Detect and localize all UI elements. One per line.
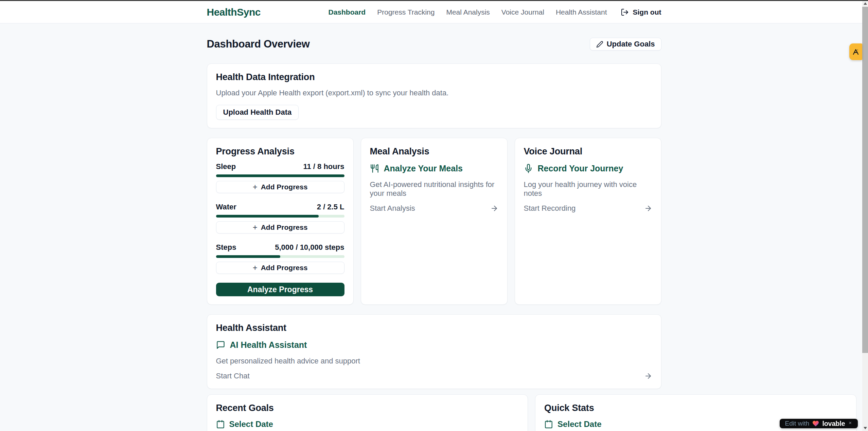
record-your-journey-link[interactable]: Record Your Journey	[524, 164, 652, 173]
health-data-description: Upload your Apple Health export (export.…	[216, 89, 652, 97]
lovable-brand-label: lovable	[822, 420, 845, 428]
recent-goals-card: Recent Goals Select Date Today Yesterday…	[207, 394, 528, 431]
update-goals-label: Update Goals	[607, 40, 655, 49]
sleep-label: Sleep	[216, 162, 236, 171]
progress-analysis-card: Progress Analysis Sleep 11 / 8 hours + A…	[207, 138, 354, 305]
start-chat-action[interactable]: Start Chat	[216, 372, 652, 380]
window-top-edge	[0, 0, 868, 1]
page-title: Dashboard Overview	[207, 38, 310, 50]
plus-icon: +	[253, 183, 258, 191]
update-goals-button[interactable]: Update Goals	[590, 38, 661, 51]
edit-with-label: Edit with	[785, 420, 810, 427]
top-navbar: HealthSync Dashboard Progress Tracking M…	[0, 1, 868, 23]
arrow-right-icon	[644, 372, 652, 380]
water-goal-block: Water 2 / 2.5 L + Add Progress	[216, 203, 344, 233]
plus-icon: +	[253, 223, 258, 231]
sleep-value: 11 / 8 hours	[303, 162, 344, 171]
start-analysis-label: Start Analysis	[370, 204, 415, 213]
analyze-your-meals-link[interactable]: Analyze Your Meals	[370, 164, 498, 173]
health-data-title: Health Data Integration	[216, 72, 652, 82]
add-progress-sleep-button[interactable]: + Add Progress	[216, 181, 344, 193]
voice-journal-card: Voice Journal Record Your Journey Log yo…	[515, 138, 661, 305]
vertical-scrollbar[interactable]	[862, 0, 868, 431]
calendar-icon	[544, 420, 553, 429]
quick-stats-title: Quick Stats	[544, 403, 847, 413]
health-data-integration-card: Health Data Integration Upload your Appl…	[207, 63, 661, 128]
recent-goals-title: Recent Goals	[216, 403, 519, 413]
arrow-right-icon	[644, 204, 652, 212]
start-recording-label: Start Recording	[524, 204, 576, 213]
scrollbar-thumb[interactable]	[862, 7, 868, 353]
start-analysis-action[interactable]: Start Analysis	[370, 204, 498, 213]
nav-progress-tracking[interactable]: Progress Tracking	[377, 8, 435, 16]
voice-journal-description: Log your health journey with voice notes	[524, 180, 652, 198]
utensils-icon	[370, 164, 379, 173]
recent-goals-select-date[interactable]: Select Date	[216, 419, 519, 429]
arrow-right-icon	[490, 204, 498, 212]
add-progress-label: Add Progress	[261, 264, 308, 272]
lovable-edit-fab[interactable]	[849, 43, 862, 60]
calendar-icon	[216, 420, 225, 429]
voice-journal-title: Voice Journal	[524, 146, 652, 157]
add-progress-water-button[interactable]: + Add Progress	[216, 221, 344, 233]
ai-health-assistant-label: AI Health Assistant	[230, 340, 307, 350]
select-date-label: Select Date	[229, 419, 273, 429]
steps-goal-block: Steps 5,000 / 10,000 steps + Add Progres…	[216, 243, 344, 274]
health-assistant-description: Get personalized health advice and suppo…	[216, 357, 652, 366]
select-date-label: Select Date	[557, 419, 601, 429]
meal-analysis-title: Meal Analysis	[370, 146, 498, 157]
nav-health-assistant[interactable]: Health Assistant	[556, 8, 607, 16]
analyze-your-meals-label: Analyze Your Meals	[384, 164, 463, 173]
nav-dashboard[interactable]: Dashboard	[329, 8, 366, 16]
upload-health-data-button[interactable]: Upload Health Data	[216, 105, 299, 120]
add-progress-steps-button[interactable]: + Add Progress	[216, 262, 344, 274]
add-progress-label: Add Progress	[261, 223, 308, 231]
steps-label: Steps	[216, 243, 236, 252]
logout-icon	[621, 8, 629, 16]
health-assistant-card: Health Assistant AI Health Assistant Get…	[207, 314, 661, 389]
meal-analysis-description: Get AI-powered nutritional insights for …	[370, 180, 498, 198]
health-assistant-title: Health Assistant	[216, 323, 652, 333]
ai-health-assistant-link[interactable]: AI Health Assistant	[216, 340, 652, 350]
steps-value: 5,000 / 10,000 steps	[275, 243, 344, 252]
sign-out-label: Sign out	[633, 8, 661, 16]
water-label: Water	[216, 203, 236, 211]
plus-icon: +	[253, 264, 258, 272]
nav-voice-journal[interactable]: Voice Journal	[501, 8, 544, 16]
scrollbar-up-arrow[interactable]	[864, 2, 867, 5]
progress-analysis-title: Progress Analysis	[216, 146, 344, 157]
water-value: 2 / 2.5 L	[317, 203, 344, 211]
main-nav: Dashboard Progress Tracking Meal Analysi…	[329, 8, 661, 16]
microphone-icon	[524, 164, 533, 173]
chat-bubble-icon	[216, 340, 225, 350]
edit-with-lovable-badge[interactable]: Edit with lovable ×	[780, 419, 858, 428]
badge-close-icon[interactable]: ×	[849, 420, 852, 426]
scrollbar-down-arrow[interactable]	[864, 427, 867, 429]
water-progress-bar	[216, 215, 344, 218]
add-progress-label: Add Progress	[261, 183, 308, 191]
sleep-goal-block: Sleep 11 / 8 hours + Add Progress	[216, 162, 344, 193]
record-your-journey-label: Record Your Journey	[538, 164, 623, 173]
lovable-fab-icon	[852, 48, 860, 56]
pencil-icon	[596, 41, 603, 48]
analyze-progress-button[interactable]: Analyze Progress	[216, 283, 344, 296]
steps-progress-bar	[216, 255, 344, 258]
sleep-progress-bar	[216, 174, 344, 177]
start-chat-label: Start Chat	[216, 372, 250, 380]
lovable-heart-icon	[812, 420, 819, 427]
meal-analysis-card: Meal Analysis Analyze Your Meals Get AI-…	[361, 138, 508, 305]
start-recording-action[interactable]: Start Recording	[524, 204, 652, 213]
sign-out-button[interactable]: Sign out	[621, 8, 661, 16]
app-logo[interactable]: HealthSync	[207, 6, 261, 18]
nav-meal-analysis[interactable]: Meal Analysis	[446, 8, 490, 16]
